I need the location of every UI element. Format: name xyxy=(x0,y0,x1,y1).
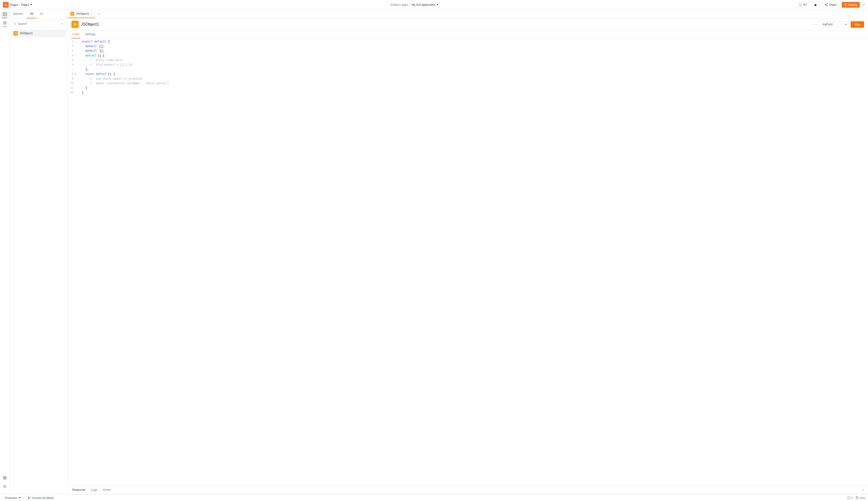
breadcrumb-chevron-icon xyxy=(30,4,32,5)
code-line-7: 7 }, xyxy=(67,67,868,72)
tab-queries[interactable]: Queries xyxy=(10,10,26,18)
main-layout: Editor Data Queries JS UI + xyxy=(0,10,868,494)
list-item[interactable]: JS JSObject1 xyxy=(11,30,66,37)
queries-tabs: Queries JS UI xyxy=(10,10,67,19)
tab-response[interactable]: Response xyxy=(72,488,86,492)
share-icon xyxy=(825,3,828,6)
editor-area: JS JSObject1 × + JS ··· myFun1 myFun2 Ru… xyxy=(67,10,868,494)
breadcrumb-pages: Pages xyxy=(10,3,18,7)
add-tab-button[interactable]: + xyxy=(95,12,102,16)
breadcrumb-page-dropdown[interactable]: Page1 xyxy=(21,3,32,7)
response-collapse-button[interactable]: ∧ xyxy=(862,488,864,492)
data-icon xyxy=(3,21,7,25)
app-logo[interactable]: A xyxy=(3,2,9,8)
svg-point-16 xyxy=(4,486,5,487)
editor-label: Editor xyxy=(2,17,7,19)
line-arrow-3 xyxy=(74,49,77,53)
app-name-dropdown[interactable]: My first application xyxy=(411,3,438,7)
play-button[interactable]: ▶ xyxy=(812,2,820,8)
svg-line-18 xyxy=(16,24,17,25)
sidebar-item-data[interactable]: Data xyxy=(1,20,9,28)
svg-point-11 xyxy=(4,21,6,22)
expand-icon[interactable]: ⤢ xyxy=(862,3,865,7)
settings-icon xyxy=(3,484,7,489)
line-content-8: async myFun2 () { xyxy=(80,72,868,76)
code-editor[interactable]: 1 ▾ export default { 2 myVar1: [], 3 xyxy=(67,39,868,485)
env-chevron-icon xyxy=(19,497,21,498)
git-icon xyxy=(28,497,31,499)
connect-git-button[interactable]: Connect Git (Beta) xyxy=(25,496,56,500)
sidebar-item-settings[interactable] xyxy=(1,483,9,490)
widgets-icon xyxy=(3,476,7,480)
line-number-3: 3 xyxy=(68,49,73,53)
line-content-4: myFun1 () { xyxy=(80,54,868,58)
notifications-button[interactable]: 0 xyxy=(847,496,853,499)
sidebar-item-editor[interactable]: Editor xyxy=(1,12,9,19)
tab-bar: JS JSObject1 × + xyxy=(67,10,868,18)
svg-rect-13 xyxy=(5,476,6,478)
editor-icon xyxy=(3,12,7,16)
line-gutter-9: 9 xyxy=(67,77,80,81)
line-gutter-1: 1 ▾ xyxy=(67,40,80,44)
search-icon xyxy=(799,3,802,6)
deploy-button[interactable]: Deploy xyxy=(842,2,860,8)
line-number-5: 5 xyxy=(68,58,73,63)
search-shortcut-label: ⌘K xyxy=(803,3,807,6)
function-select[interactable]: myFun1 myFun2 xyxy=(820,21,849,28)
tab-ui[interactable]: UI xyxy=(37,10,46,18)
tab-js[interactable]: JS xyxy=(26,10,37,18)
close-tab-button[interactable]: × xyxy=(90,12,92,15)
tab-logs[interactable]: Logs xyxy=(90,488,98,492)
sidebar-item-widgets[interactable] xyxy=(1,474,9,482)
code-line-1: 1 ▾ export default { xyxy=(67,40,868,44)
search-input[interactable] xyxy=(18,22,59,25)
editor-tab-jsobject1[interactable]: JS JSObject1 × xyxy=(67,10,95,18)
line-number-11: 11 xyxy=(68,86,73,90)
topbar-right: ⌘K ▶ Share Deploy ⤢ xyxy=(797,2,865,8)
line-arrow-7 xyxy=(74,68,77,71)
code-line-2: 2 myVar1: [], xyxy=(67,44,868,49)
response-bar: Response Logs Errors ∧ xyxy=(67,485,868,494)
line-content-7: }, xyxy=(80,67,868,72)
code-lines: 1 ▾ export default { 2 myVar1: [], 3 xyxy=(67,39,868,96)
statusbar: Production Connect Git (Beta) 0 Help xyxy=(0,494,868,501)
sidebar-icons: Editor Data xyxy=(0,10,10,494)
svg-point-4 xyxy=(825,4,825,5)
line-number-8: 8 xyxy=(68,72,73,76)
line-arrow-4[interactable]: ▾ xyxy=(74,54,77,57)
code-line-9: 9 // use async-await or promises xyxy=(67,77,868,81)
esther-apps-label: Esther's apps xyxy=(391,3,408,7)
line-gutter-2: 2 xyxy=(67,44,80,49)
environment-dropdown[interactable]: Production xyxy=(3,496,23,500)
code-line-8: 8 ▶ async myFun2 () { xyxy=(67,72,868,76)
line-content-9: // use async-await or promises xyxy=(80,77,868,81)
jsobject-icon: JS xyxy=(72,21,79,28)
app-name-chevron-icon xyxy=(437,4,439,5)
line-number-2: 2 xyxy=(68,44,73,49)
tab-badge: JS xyxy=(70,12,74,16)
add-query-button[interactable]: + xyxy=(61,22,63,26)
tab-name: JSObject1 xyxy=(76,12,89,15)
breadcrumb-sep: / xyxy=(19,3,20,7)
tab-errors[interactable]: Errors xyxy=(102,488,112,492)
sidebar-bottom xyxy=(1,474,9,492)
line-arrow-8[interactable]: ▶ xyxy=(74,72,77,76)
share-button[interactable]: Share xyxy=(822,2,839,8)
code-tabs: Code Settings xyxy=(67,31,868,39)
line-content-1: export default { xyxy=(80,40,868,44)
help-button[interactable]: Help xyxy=(856,496,865,499)
line-gutter-11: 11 xyxy=(67,86,80,90)
line-content-10: // await storeValue('varName', 'hello wo… xyxy=(80,81,868,86)
search-shortcut[interactable]: ⌘K xyxy=(797,2,810,7)
jsobject-header: JS ··· myFun1 myFun2 Run xyxy=(67,18,868,31)
bell-icon xyxy=(847,496,850,499)
line-number-1: 1 xyxy=(68,40,73,44)
line-arrow-1[interactable]: ▾ xyxy=(74,40,77,43)
app-name-label: My first application xyxy=(411,3,436,7)
tab-code[interactable]: Code xyxy=(72,31,80,39)
more-options-button[interactable]: ··· xyxy=(813,22,818,26)
run-button[interactable]: Run xyxy=(850,21,864,28)
jsobject-name-input[interactable] xyxy=(81,22,811,26)
tab-settings[interactable]: Settings xyxy=(84,31,97,39)
code-line-12: 12 } xyxy=(67,90,868,95)
